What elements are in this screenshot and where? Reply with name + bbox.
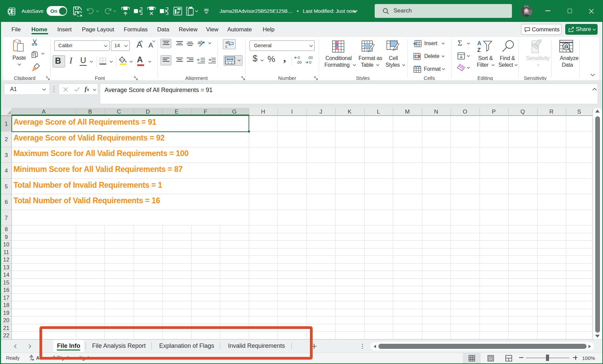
- svg-text:.00: .00: [308, 56, 313, 60]
- svg-text:.00: .00: [296, 60, 302, 64]
- svg-text:0: 0: [309, 60, 311, 64]
- svg-text:Z: Z: [477, 47, 481, 53]
- svg-text:ab: ab: [198, 40, 203, 45]
- svg-text:A: A: [477, 40, 481, 47]
- svg-text:0: 0: [298, 56, 300, 60]
- svg-text:c: c: [225, 44, 227, 49]
